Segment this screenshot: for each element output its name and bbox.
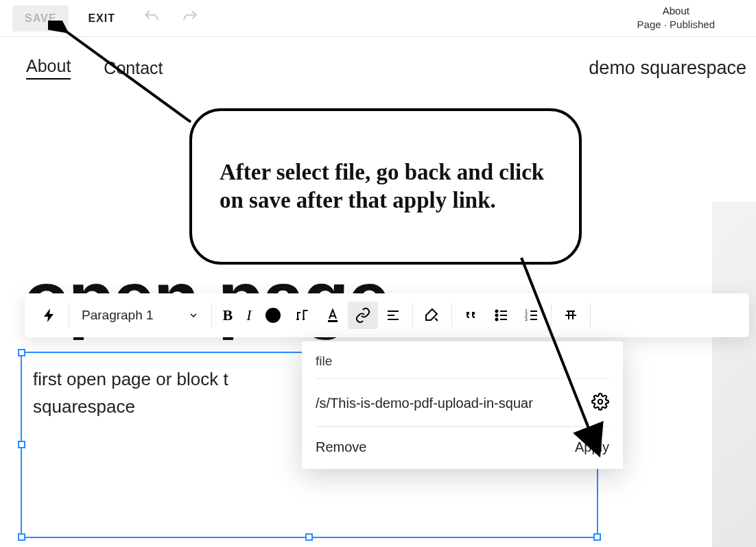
bold-button[interactable]: B xyxy=(216,302,240,329)
svg-rect-0 xyxy=(328,320,338,322)
toolbar-separator xyxy=(590,303,591,328)
text-color-button[interactable] xyxy=(318,302,348,329)
paint-button[interactable] xyxy=(417,302,447,329)
annotation-text: After select file, go back and click on … xyxy=(220,158,552,215)
gear-icon[interactable] xyxy=(591,393,609,414)
save-button[interactable]: SAVE xyxy=(12,5,69,32)
link-button[interactable] xyxy=(348,302,378,329)
paragraph-style-dropdown[interactable]: Paragraph 1 xyxy=(73,308,207,323)
toolbar-separator xyxy=(451,303,452,328)
bullet-list-button[interactable] xyxy=(486,302,517,329)
page-title: About xyxy=(637,4,715,18)
link-popup: file /s/This-is-demo-pdf-upload-in-squar… xyxy=(302,341,623,469)
paragraph-style-label: Paragraph 1 xyxy=(82,308,154,323)
toolbar-separator xyxy=(211,303,212,328)
svg-text:3: 3 xyxy=(525,317,528,321)
chevron-down-icon xyxy=(188,310,199,321)
nav-row: About Contact demo squarespace xyxy=(0,37,756,86)
exit-button[interactable]: EXIT xyxy=(88,12,115,25)
toolbar-separator xyxy=(551,303,552,328)
link-url-row: /s/This-is-demo-pdf-upload-in-squar xyxy=(316,379,609,427)
svg-point-6 xyxy=(495,315,497,317)
align-button[interactable] xyxy=(378,302,408,329)
link-popup-actions: Remove Apply xyxy=(316,427,609,455)
link-type-label[interactable]: file xyxy=(316,354,609,379)
annotation-callout: After select file, go back and click on … xyxy=(189,108,582,265)
resize-handle[interactable] xyxy=(18,441,25,448)
site-title: demo squarespace xyxy=(589,58,746,79)
page-status: Page · Published xyxy=(637,18,715,32)
resize-handle[interactable] xyxy=(593,533,601,541)
redo-icon[interactable] xyxy=(181,8,199,29)
svg-point-4 xyxy=(495,311,497,313)
resize-handle[interactable] xyxy=(305,533,313,541)
nav-link-about[interactable]: About xyxy=(26,56,71,80)
numbered-list-button[interactable]: 123 xyxy=(517,302,547,329)
strikethrough-button[interactable] xyxy=(556,302,586,329)
undo-redo-group xyxy=(143,8,199,29)
color-dot-icon xyxy=(265,308,281,323)
apply-link-button[interactable]: Apply xyxy=(575,439,609,455)
text-size-button[interactable] xyxy=(287,302,318,329)
toolbar-separator xyxy=(69,303,69,328)
remove-link-button[interactable]: Remove xyxy=(316,439,366,455)
italic-button[interactable]: I xyxy=(239,302,258,329)
resize-handle[interactable] xyxy=(18,349,25,356)
resize-handle[interactable] xyxy=(18,533,25,541)
link-url-text[interactable]: /s/This-is-demo-pdf-upload-in-squar xyxy=(316,396,584,411)
nav-link-contact[interactable]: Contact xyxy=(104,58,163,78)
color-dot-button[interactable] xyxy=(259,302,287,329)
page-image-strip xyxy=(712,202,756,547)
svg-point-8 xyxy=(495,319,497,321)
page-meta: About Page · Published xyxy=(637,4,715,31)
toolbar-separator xyxy=(412,303,413,328)
svg-point-20 xyxy=(598,400,603,404)
quote-button[interactable] xyxy=(456,302,486,329)
text-toolbar: Paragraph 1 B I 123 xyxy=(25,293,749,337)
top-bar: SAVE EXIT About Page · Published xyxy=(0,0,756,37)
bolt-icon[interactable] xyxy=(34,302,64,329)
undo-icon[interactable] xyxy=(143,8,161,29)
